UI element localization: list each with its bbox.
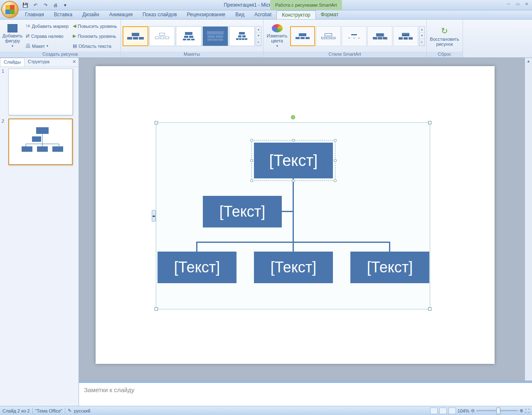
svg-rect-7 — [22, 146, 32, 152]
zoom-out-button[interactable]: ⊖ — [471, 408, 475, 413]
ribbon-group-styles: Изменить цвета ▾ ▴▾≡ Стили SmartArt — [264, 20, 427, 57]
zoom-slider[interactable] — [476, 410, 518, 411]
resize-handle-nw[interactable] — [155, 121, 158, 124]
text-pane-button[interactable]: ▤Область текста — [71, 42, 119, 51]
org-node-child-3[interactable]: [Текст] — [350, 252, 429, 283]
vertical-scrollbar[interactable]: ▲ ▼ ⤒ ⤓ — [525, 58, 532, 406]
fit-window-button[interactable]: ⛶ — [525, 408, 530, 413]
layout-option-2[interactable] — [149, 26, 175, 46]
style-option-4[interactable] — [367, 26, 392, 46]
undo-button[interactable]: ↶ — [31, 0, 40, 10]
text-pane-toggle[interactable]: ◂▸ — [152, 210, 156, 222]
add-shape-button[interactable]: Добавить фигуру ▾ — [2, 22, 23, 51]
svg-rect-2 — [32, 136, 41, 142]
resize-handle-ne[interactable] — [428, 121, 431, 124]
layout-option-4[interactable] — [202, 26, 228, 46]
panel-tabs: Слайды Структура ✕ — [0, 58, 79, 67]
layout-option-3[interactable] — [176, 26, 202, 46]
save-button[interactable]: 💾 — [21, 0, 30, 10]
scroll-up-icon[interactable]: ▲ — [525, 58, 532, 64]
tab-animations[interactable]: Анимация — [104, 10, 138, 19]
panel-tab-outline[interactable]: Структура — [25, 58, 53, 67]
redo-button[interactable]: ↷ — [41, 0, 50, 10]
scroll-track[interactable] — [525, 64, 532, 386]
reset-graphic-button[interactable]: ↻ Восстановить рисунок — [429, 22, 461, 51]
add-shape-label: Добавить фигуру — [2, 33, 23, 43]
restore-button[interactable]: ▭ — [514, 1, 521, 7]
change-colors-label: Изменить цвета — [265, 33, 289, 43]
thumb-smartart-icon — [22, 126, 63, 159]
panel-close-button[interactable]: ✕ — [70, 58, 79, 67]
status-separator — [32, 408, 33, 414]
style-option-3[interactable] — [342, 26, 367, 46]
node-handle[interactable] — [250, 179, 253, 182]
status-separator — [65, 408, 65, 414]
tab-slideshow[interactable]: Показ слайдов — [138, 10, 182, 19]
tab-home[interactable]: Главная — [20, 10, 49, 19]
minimize-button[interactable]: ─ — [505, 1, 512, 7]
zoom-level[interactable]: 104% — [458, 408, 469, 413]
context-tab-title: Работа с рисунками SmartArt — [270, 0, 342, 10]
chevron-down-icon: ▾ — [12, 44, 13, 48]
reset-label: Восстановить рисунок — [429, 37, 461, 47]
layout-option-5[interactable] — [229, 26, 255, 46]
tab-review[interactable]: Рецензирование — [182, 10, 231, 19]
thumb-number: 2 — [2, 119, 7, 165]
layouts-more-button[interactable]: ▴▾≡ — [256, 26, 261, 46]
style-option-5[interactable] — [393, 26, 418, 46]
styles-more-button[interactable]: ▴▾≡ — [419, 26, 425, 46]
resize-handle-se[interactable] — [428, 307, 431, 311]
promote-button[interactable]: ◀Повысить уровень — [71, 22, 119, 31]
org-node-child-2[interactable]: [Текст] — [254, 252, 333, 283]
change-colors-button[interactable]: Изменить цвета ▾ — [265, 22, 289, 51]
node-handle[interactable] — [334, 139, 337, 142]
spellcheck-icon[interactable]: ✎ — [68, 408, 71, 413]
slide-thumb-1[interactable] — [8, 69, 73, 115]
chevron-down-icon: ▾ — [47, 44, 48, 48]
close-button[interactable]: ✕ — [523, 1, 530, 7]
group-label-reset: Сброс — [427, 52, 463, 57]
node-handle[interactable] — [250, 159, 253, 162]
node-handle[interactable] — [334, 159, 337, 162]
style-option-2[interactable] — [316, 26, 341, 46]
thumb-row-1: 1 — [2, 69, 77, 115]
view-sorter-button[interactable] — [439, 408, 447, 414]
layout-option-1[interactable] — [123, 26, 148, 46]
node-handle[interactable] — [292, 179, 295, 182]
slide-thumb-2[interactable] — [8, 119, 73, 165]
org-connector — [280, 211, 293, 212]
office-button[interactable] — [1, 1, 19, 18]
org-node-child-1[interactable]: [Текст] — [158, 252, 236, 283]
rotate-handle[interactable] — [291, 115, 295, 119]
tab-acrobat[interactable]: Acrobat — [249, 10, 276, 19]
undo-icon: ↶ — [34, 2, 37, 8]
node-handle[interactable] — [334, 179, 337, 182]
org-connector — [293, 242, 294, 252]
smartart-frame[interactable]: ◂▸ [Текст] [Текст] [Текст] [Текст] [Текс… — [156, 122, 430, 309]
tab-design[interactable]: Дизайн — [77, 10, 104, 19]
tab-insert[interactable]: Вставка — [49, 10, 78, 19]
view-normal-button[interactable] — [430, 408, 438, 414]
print-preview-button[interactable]: 🖨 — [51, 0, 60, 10]
panel-tab-slides[interactable]: Слайды — [0, 58, 25, 67]
rtl-button[interactable]: ⇄Справа налево — [24, 32, 70, 41]
qat-more-button[interactable]: ▾ — [61, 0, 70, 10]
tab-view[interactable]: Вид — [230, 10, 249, 19]
notes-pane[interactable]: Заметки к слайду — [79, 383, 532, 406]
notes-placeholder: Заметки к слайду — [84, 386, 135, 393]
view-slideshow-button[interactable] — [448, 408, 456, 414]
node-handle[interactable] — [292, 139, 295, 142]
textpane-icon: ▤ — [73, 43, 77, 49]
layout-menu-button[interactable]: 品Макет▾ — [24, 42, 70, 51]
style-option-1[interactable] — [290, 26, 315, 46]
zoom-in-button[interactable]: ⊕ — [520, 408, 523, 413]
demote-button[interactable]: ▶Понизить уровень — [71, 32, 119, 41]
add-marker-button[interactable]: ⁝≡Добавить маркер — [24, 22, 70, 31]
tab-konstruktor[interactable]: Конструктор — [276, 10, 315, 19]
slide-canvas[interactable]: ◂▸ [Текст] [Текст] [Текст] [Текст] [Текс… — [96, 66, 495, 364]
org-node-assistant[interactable]: [Текст] — [203, 196, 282, 227]
tab-format[interactable]: Формат — [316, 10, 344, 19]
status-language[interactable]: русский — [74, 408, 90, 413]
resize-handle-sw[interactable] — [155, 307, 158, 311]
node-handle[interactable] — [250, 139, 253, 142]
